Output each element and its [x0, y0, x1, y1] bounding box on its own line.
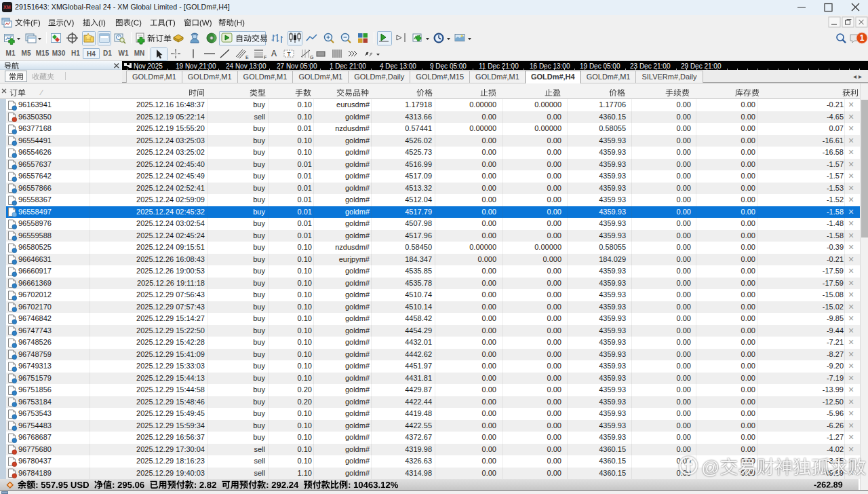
svg-text:E: E [245, 55, 249, 60]
svg-text:T: T [287, 51, 291, 58]
svg-text:G: G [310, 55, 313, 60]
svg-text:1: 1 [860, 33, 865, 43]
svg-text:F: F [264, 55, 267, 60]
